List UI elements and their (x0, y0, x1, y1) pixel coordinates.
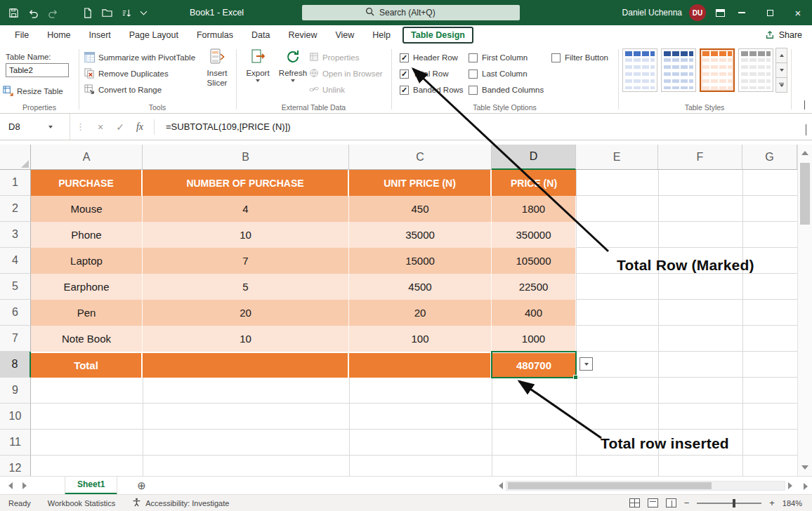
table-name-input[interactable] (6, 63, 69, 77)
tab-page-layout[interactable]: Page Layout (120, 25, 188, 45)
cell-a8[interactable]: Total (31, 352, 143, 378)
total-row-checkbox[interactable]: ✓Total Row (400, 68, 464, 79)
tab-formulas[interactable]: Formulas (188, 25, 242, 45)
hscroll-right-button[interactable] (788, 482, 792, 489)
insert-slicer-button[interactable]: Insert Slicer (201, 48, 233, 87)
enter-icon[interactable]: ✓ (110, 121, 130, 133)
tab-table-design[interactable]: Table Design (402, 27, 473, 44)
sheet-nav-left-icon[interactable] (8, 482, 13, 489)
cell-b6[interactable]: 20 (143, 300, 349, 326)
row-header-11[interactable]: 11 (0, 430, 31, 456)
tab-split-handle[interactable] (804, 483, 808, 490)
open-folder-icon[interactable] (102, 8, 112, 18)
tab-data[interactable]: Data (242, 25, 279, 45)
name-box-dropdown-icon[interactable] (48, 126, 53, 128)
page-layout-view-button[interactable] (648, 498, 658, 507)
banded-columns-checkbox[interactable]: Banded Columns (469, 84, 544, 95)
vertical-scroll-thumb[interactable] (800, 163, 810, 225)
qat-customize-chevron-icon[interactable] (140, 8, 148, 15)
new-sheet-button[interactable]: ⊕ (137, 479, 146, 492)
table-style-option-blue-1[interactable] (622, 48, 657, 92)
row-header-2[interactable]: 2 (0, 196, 31, 222)
formula-input[interactable]: =SUBTOTAL(109,[PRICE (N)]) (159, 121, 291, 132)
row-header-3[interactable]: 3 (0, 222, 31, 248)
save-icon[interactable] (8, 8, 19, 18)
zoom-level[interactable]: 184% (782, 499, 802, 507)
column-header-c[interactable]: C (349, 145, 492, 170)
cell-c4[interactable]: 15000 (349, 248, 492, 274)
cell-b7[interactable]: 10 (143, 326, 349, 352)
column-header-g[interactable]: G (742, 145, 797, 170)
workbook-statistics-button[interactable]: Workbook Statistics (39, 499, 124, 507)
horizontal-scroll-track[interactable] (506, 481, 785, 491)
zoom-slider[interactable] (697, 503, 761, 504)
hscroll-left-button[interactable] (499, 482, 503, 489)
cell-a6[interactable]: Pen (31, 300, 143, 326)
sheet-tab-sheet1[interactable]: Sheet1 (65, 477, 117, 495)
row-header-1[interactable]: 1 (0, 170, 31, 196)
tab-file[interactable]: File (6, 25, 38, 45)
table-style-option-gray[interactable] (738, 48, 773, 92)
horizontal-scrollbar[interactable] (499, 480, 792, 491)
redo-icon[interactable] (48, 8, 58, 18)
gallery-more-button[interactable] (775, 77, 787, 93)
zoom-in-button[interactable]: + (769, 498, 775, 508)
column-header-e[interactable]: E (576, 145, 658, 170)
vertical-scrollbar[interactable] (797, 145, 812, 476)
sheet-nav-right-icon[interactable] (22, 482, 27, 489)
zoom-slider-thumb[interactable] (733, 499, 735, 507)
table-style-option-orange-selected[interactable] (700, 48, 735, 92)
cell-c3[interactable]: 35000 (349, 222, 492, 248)
export-button[interactable]: Export (242, 48, 274, 82)
cell-d7[interactable]: 1000 (492, 326, 576, 352)
row-header-4[interactable]: 4 (0, 248, 31, 274)
row-header-6[interactable]: 6 (0, 300, 31, 326)
fill-handle[interactable] (573, 375, 578, 380)
share-button[interactable]: Share (765, 25, 802, 45)
cell-c1[interactable]: UNIT PRICE (N) (349, 170, 492, 196)
minimize-button[interactable] (728, 0, 756, 25)
filter-button-checkbox[interactable]: Filter Button (551, 52, 608, 63)
row-header-5[interactable]: 5 (0, 274, 31, 300)
column-header-f[interactable]: F (658, 145, 742, 170)
column-header-b[interactable]: B (143, 145, 349, 170)
horizontal-scroll-thumb[interactable] (508, 482, 712, 489)
avatar[interactable]: DU (689, 4, 706, 21)
collapse-ribbon-chevron-icon[interactable] (804, 100, 805, 109)
cell-b2[interactable]: 4 (143, 196, 349, 222)
cell-b4[interactable]: 7 (143, 248, 349, 274)
cell-d6[interactable]: 400 (492, 300, 576, 326)
sort-az-icon[interactable] (122, 8, 132, 18)
cell-a3[interactable]: Phone (31, 222, 143, 248)
tab-view[interactable]: View (326, 25, 363, 45)
formula-bar-handle[interactable]: ⋮ (70, 121, 91, 132)
cell-c6[interactable]: 20 (349, 300, 492, 326)
name-box[interactable]: D8 (0, 114, 70, 140)
scroll-down-button[interactable] (798, 460, 812, 474)
normal-view-button[interactable] (629, 498, 640, 507)
close-button[interactable]: × (784, 0, 812, 25)
resize-table-button[interactable]: Resize Table (3, 84, 63, 98)
cell-c5[interactable]: 4500 (349, 274, 492, 300)
cell-b1[interactable]: NUMBER OF PURCHASE (143, 170, 349, 196)
cancel-icon[interactable]: × (91, 121, 110, 133)
convert-to-range-button[interactable]: Convert to Range (84, 83, 162, 97)
cell-a4[interactable]: Laptop (31, 248, 143, 274)
cell-d4[interactable]: 105000 (492, 248, 576, 274)
ribbon-display-options-icon[interactable] (716, 9, 725, 17)
table-style-option-blue-2[interactable] (661, 48, 696, 92)
column-header-a[interactable]: A (31, 145, 143, 170)
gallery-scroll-up-button[interactable] (775, 48, 787, 63)
new-file-icon[interactable] (82, 8, 93, 18)
total-cell-dropdown-button[interactable] (579, 357, 593, 371)
first-column-checkbox[interactable]: First Column (469, 52, 544, 63)
remove-duplicates-button[interactable]: Remove Duplicates (84, 67, 169, 81)
insert-function-icon[interactable]: fx (130, 121, 150, 133)
row-header-12[interactable]: 12 (0, 456, 31, 476)
scroll-up-button[interactable] (798, 146, 812, 160)
row-header-10[interactable]: 10 (0, 404, 31, 430)
search-box[interactable] (302, 5, 520, 20)
gallery-scroll-down-button[interactable] (775, 62, 787, 78)
row-header-8-selected[interactable]: 8 (0, 352, 31, 378)
excel-table[interactable]: PURCHASE NUMBER OF PURCHASE UNIT PRICE (… (31, 170, 576, 378)
